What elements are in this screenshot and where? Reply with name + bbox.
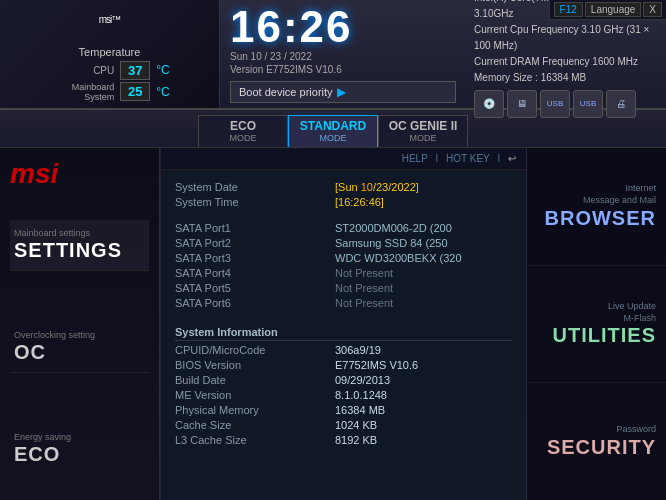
language-button[interactable]: Language xyxy=(585,2,642,17)
sysinfo-label-2: Build Date xyxy=(175,374,335,386)
boot-priority-button[interactable]: Boot device priority ▶ xyxy=(230,81,456,103)
cpu-label: CPU xyxy=(49,65,114,76)
tm-symbol: ™ xyxy=(111,14,120,25)
dram-freq-text: Current DRAM Frequency 1600 MHz xyxy=(474,54,658,70)
cpu-temp-unit: °C xyxy=(156,63,169,77)
ocgenie-mode-label: OC Genie II xyxy=(389,119,458,133)
sep2: l xyxy=(498,153,500,164)
help-text: HELP xyxy=(402,153,428,164)
f12-button[interactable]: F12 xyxy=(554,2,583,17)
right-item-browser[interactable]: Internet Message and MailBROWSER xyxy=(527,148,666,266)
sysinfo-value-0: 306a9/19 xyxy=(335,344,381,356)
sata-row: SATA Port1ST2000DM006-2D (200 xyxy=(175,222,512,234)
eco-sublabel: Energy saving xyxy=(14,432,145,442)
device-icon-hdd: 💿 xyxy=(474,90,504,118)
sata-port-value-5: Not Present xyxy=(335,297,393,309)
top-left-panel: msi™ Temperature CPU 37 °C Mainboard Sys… xyxy=(0,0,220,108)
oc-label: OC xyxy=(14,341,145,364)
sata-port-value-0: ST2000DM006-2D (200 xyxy=(335,222,452,234)
left-sidebar: msi Mainboard settings SETTINGS Overcloc… xyxy=(0,148,160,500)
sidebar-item-oc[interactable]: Overclocking setting OC xyxy=(10,322,149,373)
tab-standard[interactable]: STANDARD mode xyxy=(288,115,378,147)
back-icon[interactable]: ↩ xyxy=(508,153,516,164)
top-center-panel: 16:26 Sun 10 / 23 / 2022 Version E7752IM… xyxy=(220,0,466,108)
sysinfo-row: Cache Size1024 KB xyxy=(175,419,512,431)
sata-port-value-1: Samsung SSD 84 (250 xyxy=(335,237,448,249)
sysinfo-row: ME Version8.1.0.1248 xyxy=(175,389,512,401)
temperature-section: Temperature CPU 37 °C Mainboard System 2… xyxy=(49,46,169,103)
boot-priority-arrow: ▶ xyxy=(337,85,346,99)
eco-label: ECO xyxy=(14,443,145,466)
cpu-temp-value: 37 xyxy=(120,61,150,80)
sysinfo-value-4: 16384 MB xyxy=(335,404,385,416)
sysinfo-row: CPUID/MicroCode306a9/19 xyxy=(175,344,512,356)
right-item-sub-utilities: Live Update M-Flash xyxy=(608,301,656,324)
sata-port-label-5: SATA Port6 xyxy=(175,297,335,309)
sysinfo-value-6: 8192 KB xyxy=(335,434,377,446)
boot-priority-label: Boot device priority xyxy=(239,86,333,98)
sata-section: SATA Port1ST2000DM006-2D (200SATA Port2S… xyxy=(175,222,512,309)
sysinfo-value-1: E7752IMS V10.6 xyxy=(335,359,418,371)
right-items: Internet Message and MailBROWSERLive Upd… xyxy=(527,148,666,500)
main-area: msi Mainboard settings SETTINGS Overcloc… xyxy=(0,148,666,500)
cpu-temp-row: CPU 37 °C xyxy=(49,61,169,80)
sata-port-label-2: SATA Port3 xyxy=(175,252,335,264)
hotkey-text: HOT KEY xyxy=(446,153,490,164)
sysinfo-label-3: ME Version xyxy=(175,389,335,401)
sysinfo-section-title: System Information xyxy=(175,326,512,341)
sysinfo-value-3: 8.1.0.1248 xyxy=(335,389,387,401)
sata-port-label-3: SATA Port4 xyxy=(175,267,335,279)
mb-label: Mainboard System xyxy=(49,82,114,102)
sysinfo-label-6: L3 Cache Size xyxy=(175,434,335,446)
system-date-value[interactable]: [Sun 10/23/2022] xyxy=(335,181,419,193)
device-icon-usb1: USB xyxy=(540,90,570,118)
sysinfo-section: CPUID/MicroCode306a9/19BIOS VersionE7752… xyxy=(175,344,512,446)
tab-ocgenie[interactable]: OC Genie II mode xyxy=(378,115,468,147)
sata-port-label-1: SATA Port2 xyxy=(175,237,335,249)
sysinfo-row: L3 Cache Size8192 KB xyxy=(175,434,512,446)
sata-port-value-2: WDC WD3200BEKX (320 xyxy=(335,252,462,264)
sysinfo-label-5: Cache Size xyxy=(175,419,335,431)
util-bar: F12 Language X xyxy=(549,0,666,20)
sysinfo-row: Physical Memory16384 MB xyxy=(175,404,512,416)
standard-mode-label: STANDARD xyxy=(300,119,366,133)
mb-temp-row: Mainboard System 25 °C xyxy=(49,82,169,102)
sidebar-item-eco[interactable]: Energy saving ECO xyxy=(10,424,149,474)
right-item-sub-security: Password xyxy=(616,424,656,436)
tab-eco[interactable]: ECO mode xyxy=(198,115,288,147)
device-icon-monitor: 🖥 xyxy=(507,90,537,118)
temp-label: Temperature xyxy=(79,46,141,58)
eco-mode-sub: mode xyxy=(230,133,257,144)
sata-port-value-3: Not Present xyxy=(335,267,393,279)
version-display: Version E7752IMS V10.6 xyxy=(230,64,456,75)
right-item-label-utilities: UTILITIES xyxy=(553,324,656,347)
sata-row: SATA Port6Not Present xyxy=(175,297,512,309)
settings-sublabel: Mainboard settings xyxy=(14,228,145,238)
sata-row: SATA Port2Samsung SSD 84 (250 xyxy=(175,237,512,249)
memory-text: Memory Size : 16384 MB xyxy=(474,70,658,86)
sep1: l xyxy=(436,153,438,164)
system-time-value[interactable]: [16:26:46] xyxy=(335,196,384,208)
device-icon-usb2: USB xyxy=(573,90,603,118)
system-time-row: System Time [16:26:46] xyxy=(175,196,512,208)
system-date-row: System Date [Sun 10/23/2022] xyxy=(175,181,512,193)
system-time-label: System Time xyxy=(175,196,335,208)
ocgenie-mode-sub: mode xyxy=(410,133,437,144)
sata-row: SATA Port3WDC WD3200BEKX (320 xyxy=(175,252,512,264)
center-content: HELP l HOT KEY l ↩ System Date [Sun 10/2… xyxy=(160,148,526,500)
right-item-sub-browser: Internet Message and Mail xyxy=(583,183,656,206)
system-date-label: System Date xyxy=(175,181,335,193)
device-icons-row: 💿 🖥 USB USB 🖨 xyxy=(474,90,658,118)
close-button[interactable]: X xyxy=(643,2,662,17)
oc-sublabel: Overclocking setting xyxy=(14,330,145,340)
msi-logo: msi™ xyxy=(99,6,121,42)
eco-mode-label: ECO xyxy=(230,119,256,133)
sidebar-logo: msi xyxy=(0,148,159,194)
device-icon-print: 🖨 xyxy=(606,90,636,118)
content-area: System Date [Sun 10/23/2022] System Time… xyxy=(161,170,526,500)
right-item-utilities[interactable]: Live Update M-FlashUTILITIES xyxy=(527,266,666,384)
right-item-security[interactable]: PasswordSECURITY xyxy=(527,383,666,500)
sidebar-item-settings[interactable]: Mainboard settings SETTINGS xyxy=(10,220,149,271)
mb-temp-unit: °C xyxy=(156,85,169,99)
sidebar-section: Mainboard settings SETTINGS Overclocking… xyxy=(0,194,159,500)
